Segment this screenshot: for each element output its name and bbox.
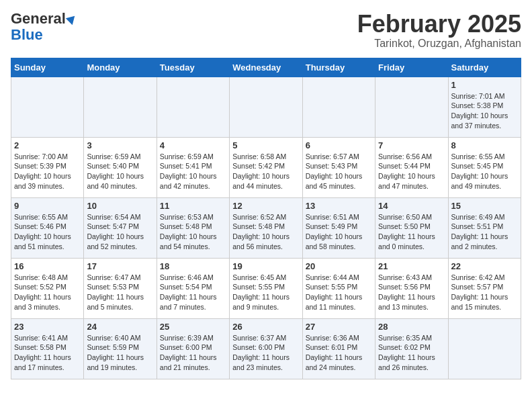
day-number: 17 bbox=[87, 261, 153, 271]
day-info: Sunrise: 6:57 AM Sunset: 5:43 PM Dayligh… bbox=[306, 152, 372, 191]
week-row-3: 9Sunrise: 6:55 AM Sunset: 5:46 PM Daylig… bbox=[11, 197, 521, 258]
day-number: 4 bbox=[160, 140, 226, 150]
day-info: Sunrise: 7:01 AM Sunset: 5:38 PM Dayligh… bbox=[451, 91, 518, 131]
day-number: 6 bbox=[306, 140, 372, 150]
calendar-cell: 23Sunrise: 6:41 AM Sunset: 5:58 PM Dayli… bbox=[11, 318, 84, 379]
day-info: Sunrise: 6:45 AM Sunset: 5:55 PM Dayligh… bbox=[232, 273, 299, 312]
week-row-2: 2Sunrise: 7:00 AM Sunset: 5:39 PM Daylig… bbox=[11, 137, 521, 197]
calendar-title: February 2025 bbox=[357, 11, 521, 38]
calendar-cell bbox=[375, 77, 448, 137]
day-info: Sunrise: 6:59 AM Sunset: 5:40 PM Dayligh… bbox=[87, 152, 153, 191]
calendar-cell: 27Sunrise: 6:36 AM Sunset: 6:01 PM Dayli… bbox=[302, 318, 375, 379]
day-info: Sunrise: 6:35 AM Sunset: 6:02 PM Dayligh… bbox=[378, 333, 445, 373]
weekday-header-saturday: Saturday bbox=[448, 58, 521, 77]
calendar-cell: 5Sunrise: 6:58 AM Sunset: 5:42 PM Daylig… bbox=[230, 137, 302, 197]
day-number: 25 bbox=[160, 322, 226, 332]
calendar-cell bbox=[230, 77, 302, 137]
day-info: Sunrise: 6:56 AM Sunset: 5:44 PM Dayligh… bbox=[378, 152, 445, 191]
calendar-cell: 2Sunrise: 7:00 AM Sunset: 5:39 PM Daylig… bbox=[11, 137, 84, 197]
weekday-header-friday: Friday bbox=[375, 58, 448, 77]
day-number: 21 bbox=[378, 261, 445, 271]
calendar-cell: 10Sunrise: 6:54 AM Sunset: 5:47 PM Dayli… bbox=[84, 197, 157, 258]
calendar-cell: 15Sunrise: 6:49 AM Sunset: 5:51 PM Dayli… bbox=[448, 197, 521, 258]
page-header: General Blue February 2025 Tarinkot, Oru… bbox=[11, 11, 521, 50]
calendar-subtitle: Tarinkot, Oruzgan, Afghanistan bbox=[357, 38, 521, 50]
day-info: Sunrise: 6:43 AM Sunset: 5:56 PM Dayligh… bbox=[378, 273, 445, 312]
day-info: Sunrise: 6:58 AM Sunset: 5:42 PM Dayligh… bbox=[232, 152, 299, 191]
day-number: 12 bbox=[232, 201, 299, 211]
day-number: 16 bbox=[14, 261, 81, 271]
day-number: 9 bbox=[14, 201, 81, 211]
day-number: 19 bbox=[232, 261, 299, 271]
day-info: Sunrise: 6:48 AM Sunset: 5:52 PM Dayligh… bbox=[14, 273, 81, 312]
calendar-cell: 26Sunrise: 6:37 AM Sunset: 6:00 PM Dayli… bbox=[230, 318, 302, 379]
day-number: 5 bbox=[232, 140, 299, 150]
week-row-1: 1Sunrise: 7:01 AM Sunset: 5:38 PM Daylig… bbox=[11, 77, 521, 137]
calendar-cell bbox=[84, 77, 157, 137]
calendar-cell: 28Sunrise: 6:35 AM Sunset: 6:02 PM Dayli… bbox=[375, 318, 448, 379]
calendar-cell: 25Sunrise: 6:39 AM Sunset: 6:00 PM Dayli… bbox=[157, 318, 229, 379]
day-info: Sunrise: 6:37 AM Sunset: 6:00 PM Dayligh… bbox=[232, 333, 299, 373]
day-number: 8 bbox=[451, 140, 518, 150]
day-number: 11 bbox=[160, 201, 226, 211]
day-info: Sunrise: 6:36 AM Sunset: 6:01 PM Dayligh… bbox=[306, 333, 372, 373]
day-number: 13 bbox=[306, 201, 372, 211]
calendar-cell: 19Sunrise: 6:45 AM Sunset: 5:55 PM Dayli… bbox=[230, 258, 302, 318]
calendar-cell bbox=[157, 77, 229, 137]
day-number: 24 bbox=[87, 322, 153, 332]
day-info: Sunrise: 6:47 AM Sunset: 5:53 PM Dayligh… bbox=[87, 273, 153, 312]
weekday-header-thursday: Thursday bbox=[302, 58, 375, 77]
day-info: Sunrise: 6:40 AM Sunset: 5:59 PM Dayligh… bbox=[87, 333, 153, 373]
day-info: Sunrise: 6:44 AM Sunset: 5:55 PM Dayligh… bbox=[306, 273, 372, 312]
day-number: 28 bbox=[378, 322, 445, 332]
day-info: Sunrise: 6:52 AM Sunset: 5:48 PM Dayligh… bbox=[232, 212, 299, 252]
calendar-cell: 6Sunrise: 6:57 AM Sunset: 5:43 PM Daylig… bbox=[302, 137, 375, 197]
calendar-cell: 3Sunrise: 6:59 AM Sunset: 5:40 PM Daylig… bbox=[84, 137, 157, 197]
day-number: 27 bbox=[306, 322, 372, 332]
logo-triangle-icon bbox=[66, 13, 78, 25]
day-number: 18 bbox=[160, 261, 226, 271]
day-info: Sunrise: 6:55 AM Sunset: 5:45 PM Dayligh… bbox=[451, 152, 518, 191]
calendar-table: SundayMondayTuesdayWednesdayThursdayFrid… bbox=[11, 58, 521, 379]
day-info: Sunrise: 6:54 AM Sunset: 5:47 PM Dayligh… bbox=[87, 212, 153, 252]
day-info: Sunrise: 6:41 AM Sunset: 5:58 PM Dayligh… bbox=[14, 333, 81, 373]
day-number: 20 bbox=[306, 261, 372, 271]
calendar-cell: 1Sunrise: 7:01 AM Sunset: 5:38 PM Daylig… bbox=[448, 77, 521, 137]
day-info: Sunrise: 6:49 AM Sunset: 5:51 PM Dayligh… bbox=[451, 212, 518, 252]
calendar-cell bbox=[11, 77, 84, 137]
week-row-5: 23Sunrise: 6:41 AM Sunset: 5:58 PM Dayli… bbox=[11, 318, 521, 379]
calendar-cell: 14Sunrise: 6:50 AM Sunset: 5:50 PM Dayli… bbox=[375, 197, 448, 258]
calendar-cell: 21Sunrise: 6:43 AM Sunset: 5:56 PM Dayli… bbox=[375, 258, 448, 318]
day-number: 10 bbox=[87, 201, 153, 211]
day-number: 14 bbox=[378, 201, 445, 211]
calendar-cell: 8Sunrise: 6:55 AM Sunset: 5:45 PM Daylig… bbox=[448, 137, 521, 197]
calendar-cell: 17Sunrise: 6:47 AM Sunset: 5:53 PM Dayli… bbox=[84, 258, 157, 318]
week-row-4: 16Sunrise: 6:48 AM Sunset: 5:52 PM Dayli… bbox=[11, 258, 521, 318]
day-number: 3 bbox=[87, 140, 153, 150]
day-info: Sunrise: 6:42 AM Sunset: 5:57 PM Dayligh… bbox=[451, 273, 518, 312]
day-info: Sunrise: 7:00 AM Sunset: 5:39 PM Dayligh… bbox=[14, 152, 81, 191]
logo-blue: Blue bbox=[11, 27, 43, 43]
calendar-cell: 16Sunrise: 6:48 AM Sunset: 5:52 PM Dayli… bbox=[11, 258, 84, 318]
weekday-header-sunday: Sunday bbox=[11, 58, 84, 77]
calendar-cell: 4Sunrise: 6:59 AM Sunset: 5:41 PM Daylig… bbox=[157, 137, 229, 197]
day-number: 23 bbox=[14, 322, 81, 332]
day-info: Sunrise: 6:50 AM Sunset: 5:50 PM Dayligh… bbox=[378, 212, 445, 252]
calendar-cell: 22Sunrise: 6:42 AM Sunset: 5:57 PM Dayli… bbox=[448, 258, 521, 318]
calendar-cell: 24Sunrise: 6:40 AM Sunset: 5:59 PM Dayli… bbox=[84, 318, 157, 379]
day-number: 22 bbox=[451, 261, 518, 271]
day-number: 2 bbox=[14, 140, 81, 150]
calendar-cell bbox=[448, 318, 521, 379]
logo: General Blue bbox=[11, 11, 77, 43]
weekday-header-tuesday: Tuesday bbox=[157, 58, 229, 77]
calendar-cell: 18Sunrise: 6:46 AM Sunset: 5:54 PM Dayli… bbox=[157, 258, 229, 318]
title-area: February 2025 Tarinkot, Oruzgan, Afghani… bbox=[357, 11, 521, 50]
calendar-cell: 13Sunrise: 6:51 AM Sunset: 5:49 PM Dayli… bbox=[302, 197, 375, 258]
weekday-header-row: SundayMondayTuesdayWednesdayThursdayFrid… bbox=[11, 58, 521, 77]
day-number: 26 bbox=[232, 322, 299, 332]
calendar-cell: 20Sunrise: 6:44 AM Sunset: 5:55 PM Dayli… bbox=[302, 258, 375, 318]
calendar-cell: 11Sunrise: 6:53 AM Sunset: 5:48 PM Dayli… bbox=[157, 197, 229, 258]
calendar-cell: 9Sunrise: 6:55 AM Sunset: 5:46 PM Daylig… bbox=[11, 197, 84, 258]
day-number: 7 bbox=[378, 140, 445, 150]
calendar-cell bbox=[302, 77, 375, 137]
